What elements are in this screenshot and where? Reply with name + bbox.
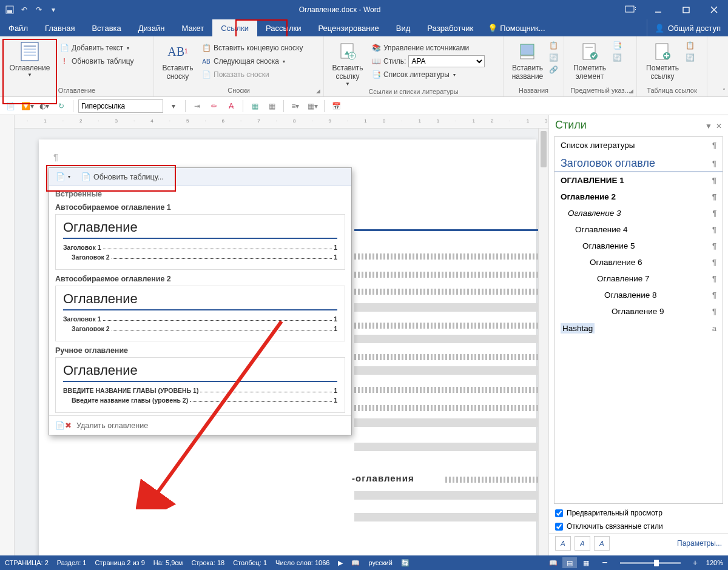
pane-close-icon[interactable]: ✕ xyxy=(716,122,722,130)
status-section[interactable]: Раздел: 1 xyxy=(57,559,87,566)
insert-caption-button[interactable]: Вставить название xyxy=(507,39,548,81)
filter-icon[interactable]: 🔽▾ xyxy=(21,99,34,113)
dialog-launcher-icon[interactable]: ◢ xyxy=(314,87,322,95)
gallery-update-button[interactable]: 📄Обновить таблицу... xyxy=(77,170,168,184)
status-column[interactable]: Столбец: 1 xyxy=(233,559,267,566)
cross-reference-icon[interactable]: 🔗 xyxy=(549,65,560,76)
mark-citation-button[interactable]: Пометить ссылку xyxy=(641,39,684,81)
toc-button[interactable]: Оглавление ▼ xyxy=(4,39,56,78)
borders-icon[interactable]: ▦▾ xyxy=(306,99,319,113)
gallery-item-auto1[interactable]: Автособираемое оглавление 1 Оглавление З… xyxy=(49,201,351,272)
status-wordcount[interactable]: Число слов: 1066 xyxy=(275,559,329,566)
redo-icon[interactable]: ↷ xyxy=(33,4,45,16)
update-table-button[interactable]: !Обновить таблицу xyxy=(57,55,136,68)
qat-dropdown-icon[interactable]: ▾ xyxy=(47,4,59,16)
undo-icon[interactable]: ↶ xyxy=(18,4,30,16)
insert-endnote-button[interactable]: 📋Вставить концевую сноску xyxy=(199,41,305,55)
history-icon[interactable]: ◐▾ xyxy=(38,99,51,113)
status-macros-icon[interactable]: ▶ xyxy=(338,559,343,567)
style-row[interactable]: ОГЛАВЛЕНИЕ 1¶ xyxy=(554,172,723,189)
gallery-item-manual[interactable]: Ручное оглавление Оглавление ВВЕДИТЕ НАЗ… xyxy=(49,344,351,415)
insert-citation-button[interactable]: Вставить ссылку▼ xyxy=(328,39,368,87)
manage-styles-icon[interactable]: A xyxy=(594,536,610,551)
manage-sources-button[interactable]: 📚Управление источниками xyxy=(369,41,487,55)
horizontal-ruler[interactable]: ·1·2·3·4·5·6·7·8·9·10·11·12·13·14 xyxy=(15,115,548,129)
outdent-icon[interactable]: ⇥ xyxy=(190,99,204,113)
style-row[interactable]: Список литературы¶ xyxy=(554,137,723,153)
minimize-button[interactable] xyxy=(644,0,672,19)
insert-table-figures-icon[interactable]: 📋 xyxy=(549,41,560,52)
display-options-icon[interactable] xyxy=(616,0,644,19)
linked-checkbox[interactable]: Отключить связанные стили xyxy=(549,520,728,533)
status-page-of[interactable]: Страница 2 из 9 xyxy=(95,559,144,566)
status-line[interactable]: Строка: 18 xyxy=(191,559,224,566)
style-row[interactable]: Оглавление 5¶ xyxy=(554,238,723,254)
tab-mailings[interactable]: Рассылки xyxy=(257,19,309,36)
style-row[interactable]: Оглавление 9¶ xyxy=(554,303,723,320)
tab-layout[interactable]: Макет xyxy=(173,19,212,36)
insert-index-icon[interactable]: 📑 xyxy=(613,41,624,52)
tab-view[interactable]: Вид xyxy=(388,19,419,36)
close-button[interactable] xyxy=(700,0,728,19)
style-row[interactable]: Оглавление 6¶ xyxy=(554,254,723,270)
zoom-out-button[interactable]: − xyxy=(602,557,607,568)
styles-list[interactable]: Список литературы¶Заголовок оглавле¶ОГЛА… xyxy=(554,136,723,504)
view-print-icon[interactable]: ▤ xyxy=(562,557,577,568)
zoom-level[interactable]: 120% xyxy=(706,559,723,566)
update-toa-icon[interactable]: 🔄 xyxy=(686,53,696,64)
highlight-icon[interactable]: ✏ xyxy=(207,99,221,113)
vertical-scrollbar[interactable] xyxy=(538,129,548,555)
table2-icon[interactable]: ▦ xyxy=(265,99,278,113)
style-name-input[interactable] xyxy=(78,99,163,113)
style-row[interactable]: Заголовок оглавле¶ xyxy=(554,153,723,172)
preview-checkbox[interactable]: Предварительный просмотр xyxy=(549,506,728,520)
citation-style-select[interactable]: APA xyxy=(408,55,485,67)
tab-insert[interactable]: Вставка xyxy=(83,19,129,36)
status-page[interactable]: СТРАНИЦА: 2 xyxy=(5,559,49,566)
spacing-icon[interactable]: ≡▾ xyxy=(289,99,302,113)
tab-home[interactable]: Главная xyxy=(36,19,83,36)
style-row[interactable]: Hashtaga xyxy=(554,320,723,337)
view-read-icon[interactable]: 📖 xyxy=(546,557,561,568)
view-web-icon[interactable]: ▦ xyxy=(579,557,593,568)
page-icon[interactable]: 📄 xyxy=(4,99,17,113)
status-track-icon[interactable]: 🔄 xyxy=(401,559,410,567)
zoom-in-button[interactable]: + xyxy=(693,558,698,568)
refresh-icon[interactable]: ↻ xyxy=(55,99,68,113)
vertical-ruler[interactable] xyxy=(0,115,15,555)
style-row[interactable]: Оглавление 7¶ xyxy=(554,270,723,287)
style-inspector-icon[interactable]: A xyxy=(575,536,590,551)
calendar-icon[interactable]: 📅 xyxy=(329,99,343,113)
tell-me-search[interactable]: 💡Помощник... xyxy=(482,19,551,36)
collapse-ribbon-icon[interactable]: ˄ xyxy=(723,87,726,94)
styles-options-link[interactable]: Параметры... xyxy=(677,539,722,548)
update-index-icon[interactable]: 🔄 xyxy=(613,53,624,64)
status-language[interactable]: русский xyxy=(368,559,392,566)
pane-menu-icon[interactable]: ▼ xyxy=(705,122,712,130)
tab-developer[interactable]: Разработчик xyxy=(419,19,482,36)
maximize-button[interactable] xyxy=(672,0,700,19)
insert-toa-icon[interactable]: 📋 xyxy=(686,41,696,52)
status-spellcheck-icon[interactable]: 📖 xyxy=(351,559,360,567)
mark-entry-button[interactable]: Пометить элемент xyxy=(568,39,612,81)
save-icon[interactable] xyxy=(4,4,16,16)
update-captions-icon[interactable]: 🔄 xyxy=(549,53,560,64)
zoom-slider[interactable] xyxy=(620,562,681,564)
share-button[interactable]: 👤Общий доступ xyxy=(647,19,728,36)
style-row[interactable]: Оглавление 8¶ xyxy=(554,287,723,303)
tab-review[interactable]: Рецензирование xyxy=(309,19,387,36)
dialog-launcher-icon[interactable]: ◢ xyxy=(627,87,635,95)
next-footnote-button[interactable]: ABСледующая сноска▾ xyxy=(199,55,305,68)
gallery-remove-toc[interactable]: 📄✖ Удалить оглавление xyxy=(49,415,351,435)
style-row[interactable]: Оглавление 4¶ xyxy=(554,221,723,238)
tab-file[interactable]: Файл xyxy=(0,19,36,36)
status-position[interactable]: На: 5,9см xyxy=(153,559,183,566)
gallery-toc-icon-button[interactable]: 📄▾ xyxy=(52,170,75,184)
gallery-item-auto2[interactable]: Автособираемое оглавление 2 Оглавление З… xyxy=(49,272,351,344)
table-icon[interactable]: ▦ xyxy=(248,99,261,113)
style-row[interactable]: Оглавление 2¶ xyxy=(554,189,723,205)
insert-footnote-button[interactable]: AB1 Вставить сноску xyxy=(158,39,198,81)
add-text-button[interactable]: 📄Добавить текст▾ xyxy=(57,41,136,55)
tab-references[interactable]: Ссылки xyxy=(212,19,257,36)
style-row[interactable]: Оглавление 3¶ xyxy=(554,205,723,221)
